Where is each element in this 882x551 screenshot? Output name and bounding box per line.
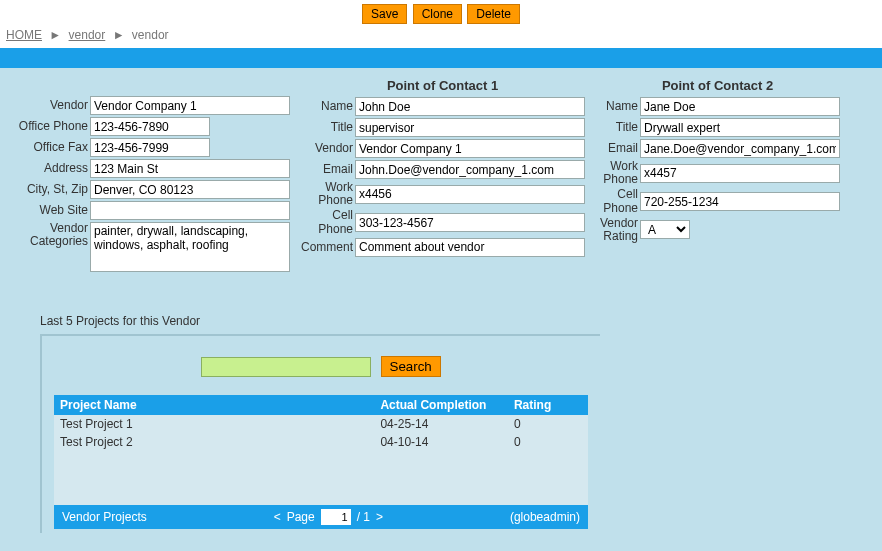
table-row[interactable]: Test Project 2 04-10-14 0	[54, 433, 588, 451]
label-office-phone: Office Phone	[10, 120, 90, 133]
poc2-cell-phone-input[interactable]	[640, 192, 840, 211]
label-poc2-name: Name	[595, 100, 640, 113]
label-poc2-email: Email	[595, 142, 640, 155]
label-web-site: Web Site	[10, 204, 90, 217]
subtable-search-input[interactable]	[201, 357, 371, 377]
header-bar	[0, 48, 882, 68]
poc1-title-input[interactable]	[355, 118, 585, 137]
address-input[interactable]	[90, 159, 290, 178]
label-poc2-work-phone: Work Phone	[595, 160, 640, 186]
breadcrumb-vendor-2: vendor	[132, 28, 169, 42]
col-rating[interactable]: Rating	[508, 395, 588, 415]
projects-table: Project Name Actual Completion Rating Te…	[54, 395, 588, 529]
poc1-section: Point of Contact 1 Name Title Vendor Ema…	[300, 76, 585, 259]
vendor-input[interactable]	[90, 96, 290, 115]
label-vendor: Vendor	[10, 99, 90, 112]
table-row[interactable]: Test Project 1 04-25-14 0	[54, 415, 588, 433]
subtable-footer-user: (globeadmin)	[510, 510, 580, 524]
pager-next-icon[interactable]: >	[376, 510, 383, 524]
poc1-email-input[interactable]	[355, 160, 585, 179]
poc2-section: Point of Contact 2 Name Title Email Work…	[595, 76, 840, 245]
pager-page-label: Page	[287, 510, 315, 524]
office-phone-input[interactable]	[90, 117, 210, 136]
col-project-name[interactable]: Project Name	[54, 395, 374, 415]
poc1-name-input[interactable]	[355, 97, 585, 116]
toolbar: Save Clone Delete	[0, 0, 882, 26]
web-site-input[interactable]	[90, 201, 290, 220]
delete-button[interactable]: Delete	[467, 4, 520, 24]
label-vendor-categories: Vendor Categories	[10, 222, 90, 248]
poc1-work-phone-input[interactable]	[355, 185, 585, 204]
poc1-vendor-input[interactable]	[355, 139, 585, 158]
label-poc2-cell-phone: Cell Phone	[595, 188, 640, 214]
label-poc2-title: Title	[595, 121, 640, 134]
poc1-title: Point of Contact 1	[300, 76, 585, 97]
label-poc2-vendor-rating: Vendor Rating	[595, 217, 640, 243]
city-st-zip-input[interactable]	[90, 180, 290, 199]
pager-prev-icon[interactable]: <	[274, 510, 281, 524]
chevron-right-icon: ►	[113, 28, 125, 42]
clone-button[interactable]: Clone	[413, 4, 462, 24]
label-poc1-vendor: Vendor	[300, 142, 355, 155]
label-address: Address	[10, 162, 90, 175]
vendor-section: Vendor Office Phone Office Fax Address C…	[10, 76, 290, 274]
poc2-title: Point of Contact 2	[595, 76, 840, 97]
breadcrumb-vendor-1[interactable]: vendor	[69, 28, 106, 42]
label-poc1-email: Email	[300, 163, 355, 176]
chevron-right-icon: ►	[49, 28, 61, 42]
label-poc1-comment: Comment	[300, 241, 355, 254]
poc1-cell-phone-input[interactable]	[355, 213, 585, 232]
poc2-work-phone-input[interactable]	[640, 164, 840, 183]
poc2-vendor-rating-select[interactable]: A	[640, 220, 690, 239]
poc1-comment-input[interactable]	[355, 238, 585, 257]
label-city-st-zip: City, St, Zip	[10, 183, 90, 196]
breadcrumb-home[interactable]: HOME	[6, 28, 42, 42]
poc2-email-input[interactable]	[640, 139, 840, 158]
pager-total: / 1	[357, 510, 370, 524]
subtable: Last 5 Projects for this Vendor Search P…	[40, 314, 600, 533]
col-actual-completion[interactable]: Actual Completion	[374, 395, 508, 415]
office-fax-input[interactable]	[90, 138, 210, 157]
subtable-heading: Last 5 Projects for this Vendor	[40, 314, 600, 328]
label-poc1-work-phone: Work Phone	[300, 181, 355, 207]
vendor-categories-input[interactable]	[90, 222, 290, 272]
save-button[interactable]: Save	[362, 4, 407, 24]
poc2-title-input[interactable]	[640, 118, 840, 137]
breadcrumb: HOME ► vendor ► vendor	[0, 26, 882, 48]
poc2-name-input[interactable]	[640, 97, 840, 116]
label-office-fax: Office Fax	[10, 141, 90, 154]
main-content: Vendor Office Phone Office Fax Address C…	[0, 68, 882, 551]
label-poc1-title: Title	[300, 121, 355, 134]
pager-page-input[interactable]	[321, 509, 351, 525]
subtable-footer-title: Vendor Projects	[62, 510, 147, 524]
subtable-search-button[interactable]: Search	[381, 356, 441, 377]
label-poc1-cell-phone: Cell Phone	[300, 209, 355, 235]
label-poc1-name: Name	[300, 100, 355, 113]
